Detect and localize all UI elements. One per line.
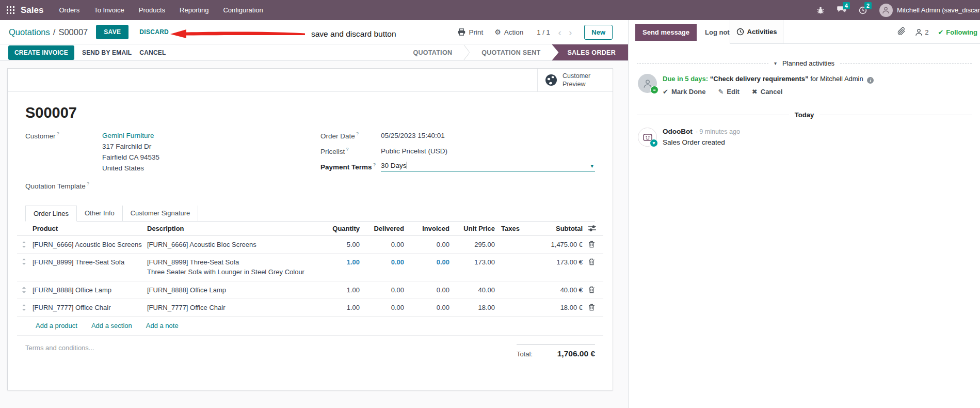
menu-configuration[interactable]: Configuration (223, 6, 263, 14)
pager-next-icon[interactable]: › (569, 27, 572, 37)
pricelist-value[interactable]: Public Pricelist (USD) (381, 146, 447, 156)
new-button[interactable]: New (584, 25, 613, 40)
followers-button[interactable]: 2 (915, 28, 928, 36)
line-description[interactable]: [FURN_7777] Office Chair (145, 303, 329, 312)
line-unit-price[interactable]: 295.00 (452, 240, 497, 249)
order-line-row[interactable]: [FURN_6666] Acoustic Bloc Screens [FURN_… (17, 236, 603, 254)
col-unit-price[interactable]: Unit Price (452, 224, 497, 233)
line-product[interactable]: [FURN_6666] Acoustic Bloc Screens (30, 240, 145, 249)
mark-done-button[interactable]: ✔Mark Done (663, 88, 705, 96)
order-date-field[interactable]: Order Date? 05/25/2023 15:40:01 (320, 131, 595, 141)
action-menu[interactable]: ⚙ Action (494, 28, 523, 36)
delete-line-icon[interactable] (585, 303, 602, 312)
col-quantity[interactable]: Quantity (329, 224, 362, 233)
print-menu[interactable]: Print (458, 28, 483, 36)
stage-sales-order[interactable]: SALES ORDER (552, 44, 628, 60)
line-subtotal[interactable]: 40.00 € (530, 285, 585, 295)
line-taxes[interactable] (497, 289, 530, 291)
send-message-button[interactable]: Send message (635, 24, 697, 41)
drag-handle-icon[interactable] (17, 286, 30, 294)
drag-handle-icon[interactable] (17, 303, 30, 312)
add-note-link[interactable]: Add a note (146, 322, 179, 329)
line-invoiced[interactable]: 0.00 (406, 285, 452, 295)
col-taxes[interactable]: Taxes (497, 224, 530, 233)
stage-quotation-sent[interactable]: QUOTATION SENT (470, 44, 552, 60)
pricelist-field[interactable]: Pricelist? Public Pricelist (USD) (320, 146, 595, 156)
info-icon[interactable]: i (867, 77, 874, 84)
line-product[interactable]: [FURN_8888] Office Lamp (30, 285, 145, 295)
cancel-activity-button[interactable]: ✖Cancel (752, 88, 783, 96)
customer-preview-button[interactable]: Customer Preview (537, 69, 613, 91)
cancel-button[interactable]: CANCEL (139, 49, 166, 56)
line-description[interactable]: [FURN_8888] Office Lamp (145, 285, 329, 295)
menu-products[interactable]: Products (139, 6, 165, 14)
customer-link[interactable]: Gemini Furniture (102, 131, 159, 141)
line-taxes[interactable] (497, 243, 530, 245)
col-description[interactable]: Description (145, 224, 329, 233)
quotation-template-field[interactable]: Quotation Template? (25, 181, 320, 190)
delete-line-icon[interactable] (585, 240, 602, 249)
drag-handle-icon[interactable] (17, 254, 30, 270)
order-date-value[interactable]: 05/25/2023 15:40:01 (381, 131, 445, 141)
line-quantity[interactable]: 1.00 (329, 254, 362, 271)
line-delivered[interactable]: 0.00 (362, 254, 406, 271)
order-line-row[interactable]: [FURN_7777] Office Chair [FURN_7777] Off… (17, 299, 603, 317)
line-subtotal[interactable]: 18.00 € (530, 303, 585, 312)
line-invoiced[interactable]: 0.00 (406, 303, 452, 312)
debug-bug-icon[interactable] (816, 6, 825, 14)
breadcrumb-quotations-link[interactable]: Quotations (9, 27, 50, 37)
dropdown-caret-icon[interactable]: ▾ (590, 163, 593, 169)
optional-columns-icon[interactable] (585, 224, 602, 232)
line-product[interactable]: [FURN_8999] Three-Seat Sofa (30, 254, 145, 271)
add-section-link[interactable]: Add a section (91, 322, 132, 329)
line-delivered[interactable]: 0.00 (362, 285, 406, 295)
log-note-button[interactable]: Log note (705, 28, 733, 36)
messages-icon[interactable]: 4 (837, 6, 846, 14)
line-invoiced[interactable]: 0.00 (406, 240, 452, 249)
save-button[interactable]: SAVE (96, 25, 128, 39)
line-subtotal[interactable]: 173.00 € (530, 254, 585, 271)
delete-line-icon[interactable] (585, 285, 602, 294)
line-delivered[interactable]: 0.00 (362, 303, 406, 312)
col-invoiced[interactable]: Invoiced (406, 224, 452, 233)
line-taxes[interactable] (497, 306, 530, 308)
line-invoiced[interactable]: 0.00 (406, 254, 452, 271)
activities-tab[interactable]: Activities (730, 20, 783, 43)
following-button[interactable]: ✔ Following (938, 28, 977, 36)
tab-order-lines[interactable]: Order Lines (25, 206, 77, 222)
discard-button[interactable]: DISCARD (139, 28, 169, 36)
delete-line-icon[interactable] (585, 254, 602, 270)
create-invoice-button[interactable]: CREATE INVOICE (8, 45, 74, 60)
order-line-row[interactable]: [FURN_8888] Office Lamp [FURN_8888] Offi… (17, 281, 603, 299)
line-product[interactable]: [FURN_7777] Office Chair (30, 303, 145, 312)
line-quantity[interactable]: 1.00 (329, 303, 362, 312)
user-menu[interactable]: Mitchell Admin (save_discar (879, 4, 980, 17)
line-quantity[interactable]: 1.00 (329, 285, 362, 295)
order-line-row[interactable]: [FURN_8999] Three-Seat Sofa [FURN_8999] … (17, 254, 603, 281)
col-product[interactable]: Product (30, 224, 145, 233)
attachment-paperclip-icon[interactable] (897, 27, 906, 37)
line-taxes[interactable] (497, 254, 530, 263)
line-quantity[interactable]: 5.00 (329, 240, 362, 249)
collapse-caret-icon[interactable]: ▾ (774, 60, 777, 66)
col-delivered[interactable]: Delivered (362, 224, 406, 233)
line-delivered[interactable]: 0.00 (362, 240, 406, 249)
line-unit-price[interactable]: 173.00 (452, 254, 497, 271)
tab-customer-signature[interactable]: Customer Signature (123, 206, 199, 221)
message-author[interactable]: OdooBot (663, 128, 693, 135)
line-description[interactable]: [FURN_6666] Acoustic Bloc Screens (145, 240, 329, 249)
edit-activity-button[interactable]: ✎Edit (718, 88, 739, 96)
col-subtotal[interactable]: Subtotal (530, 224, 585, 233)
line-unit-price[interactable]: 18.00 (452, 303, 497, 312)
apps-grid-icon[interactable] (7, 6, 14, 14)
activities-clock-icon[interactable]: 2 (859, 6, 867, 14)
app-name[interactable]: Sales (21, 5, 43, 15)
terms-placeholder[interactable]: Terms and conditions... (25, 344, 517, 352)
menu-orders[interactable]: Orders (59, 6, 79, 14)
line-subtotal[interactable]: 1,475.00 € (530, 240, 585, 249)
send-by-email-button[interactable]: SEND BY EMAIL (82, 49, 132, 56)
tab-other-info[interactable]: Other Info (77, 206, 123, 221)
drag-handle-icon[interactable] (17, 240, 30, 249)
line-description[interactable]: [FURN_8999] Three-Seat Sofa Three Seater… (145, 254, 329, 281)
line-unit-price[interactable]: 40.00 (452, 285, 497, 295)
